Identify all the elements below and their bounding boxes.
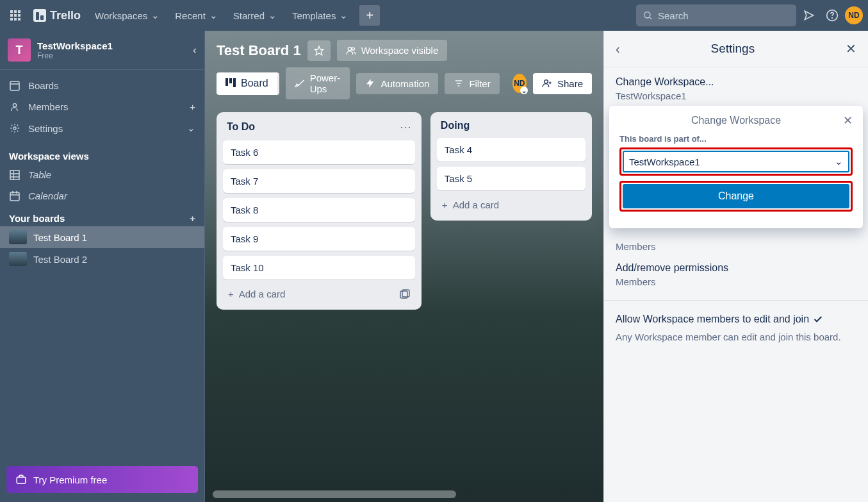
svg-rect-13 — [10, 81, 19, 90]
svg-rect-2 — [18, 10, 20, 13]
nav-templates[interactable]: Templates⌄ — [286, 6, 354, 25]
svg-marker-26 — [315, 46, 323, 54]
table-icon — [9, 170, 20, 180]
svg-rect-5 — [18, 14, 20, 17]
rocket-icon — [295, 78, 305, 88]
panel-back-button[interactable]: ‹ — [616, 42, 620, 56]
chevron-down-icon: ⌄ — [209, 10, 218, 21]
notifications-icon[interactable] — [799, 5, 819, 26]
apps-grid-icon[interactable] — [5, 5, 26, 26]
board-title[interactable]: Test Board 1 — [217, 42, 301, 59]
nav-workspaces[interactable]: Workspaces⌄ — [88, 6, 166, 25]
svg-point-35 — [545, 80, 548, 83]
chevron-down-icon: ⌄ — [151, 10, 160, 21]
popover-field-label: This board is part of... — [619, 134, 853, 144]
highlight-select: TestWorkspace1 ⌄ — [619, 147, 853, 176]
check-icon — [813, 314, 823, 324]
addremove-value: Members — [616, 276, 856, 287]
view-switcher: Board ⌄ — [217, 72, 279, 95]
board-view-button[interactable]: Board — [217, 72, 277, 95]
board-thumbnail — [9, 230, 27, 244]
calendar-icon — [9, 191, 20, 201]
share-button[interactable]: Share — [533, 73, 592, 94]
nav-starred[interactable]: Starred⌄ — [227, 6, 283, 25]
highlight-button: Change — [619, 181, 853, 212]
template-icon[interactable] — [400, 289, 410, 299]
list-title[interactable]: Doing — [441, 120, 470, 131]
gear-icon — [9, 123, 20, 133]
board-member-avatar[interactable]: ND⌄ — [512, 74, 527, 93]
sidebar-item-members[interactable]: Members + — [0, 96, 204, 117]
trello-logo[interactable]: Trello — [28, 9, 86, 22]
sidebar: T TestWorkspace1 Free ‹ Boards Members +… — [0, 31, 205, 502]
create-button[interactable]: + — [359, 5, 380, 26]
popover-close-icon[interactable]: ✕ — [843, 113, 853, 128]
sidebar-view-calendar[interactable]: Calendar — [0, 185, 204, 206]
card[interactable]: Task 5 — [437, 167, 585, 190]
sidebar-item-boards[interactable]: Boards — [0, 75, 204, 96]
add-card-button[interactable]: +Add a card — [437, 196, 585, 214]
visibility-button[interactable]: Workspace visible — [337, 40, 448, 61]
svg-rect-7 — [14, 18, 17, 21]
workspace-select[interactable]: TestWorkspace1 ⌄ — [623, 151, 849, 172]
sidebar-board-item[interactable]: Test Board 2 — [0, 248, 204, 270]
sidebar-item-settings[interactable]: Settings ⌄ — [0, 117, 204, 139]
powerups-button[interactable]: Power-Ups — [286, 67, 350, 99]
panel-close-button[interactable]: ✕ — [846, 41, 856, 56]
list-menu-icon[interactable]: ⋯ — [400, 120, 411, 134]
star-board-button[interactable] — [307, 40, 331, 61]
svg-point-12 — [832, 18, 833, 19]
card[interactable]: Task 4 — [437, 138, 585, 162]
svg-rect-17 — [10, 171, 19, 180]
try-premium-button[interactable]: Try Premium free — [6, 466, 198, 493]
card[interactable]: Task 8 — [223, 198, 415, 222]
card[interactable]: Task 6 — [223, 140, 415, 164]
people-icon — [346, 46, 356, 56]
svg-point-15 — [13, 103, 16, 106]
workspace-plan: Free — [37, 51, 113, 60]
board-area: Test Board 1 Workspace visible Board ⌄ P… — [205, 31, 603, 502]
svg-rect-21 — [10, 192, 19, 201]
chevron-down-icon[interactable]: ⌄ — [187, 122, 195, 134]
chevron-down-icon: ⌄ — [268, 10, 277, 21]
horizontal-scrollbar[interactable] — [213, 490, 456, 498]
plus-icon: + — [228, 289, 234, 299]
list: To Do⋯Task 6Task 7Task 8Task 9Task 10+Ad… — [217, 112, 422, 310]
add-member-icon[interactable]: + — [190, 101, 195, 112]
add-card-button[interactable]: +Add a card — [223, 285, 415, 303]
bolt-icon — [365, 78, 375, 88]
nav-recent[interactable]: Recent⌄ — [168, 6, 224, 25]
list-title[interactable]: To Do — [227, 121, 255, 133]
filter-button[interactable]: Filter — [445, 73, 499, 94]
help-icon[interactable] — [822, 5, 842, 26]
change-button[interactable]: Change — [623, 184, 849, 208]
sidebar-view-table[interactable]: Table — [0, 164, 204, 185]
briefcase-icon — [15, 474, 27, 485]
card[interactable]: Task 7 — [223, 169, 415, 193]
collapse-sidebar-icon[interactable]: ‹ — [193, 44, 197, 57]
svg-rect-6 — [10, 18, 13, 21]
card[interactable]: Task 10 — [223, 256, 415, 280]
view-dropdown-button[interactable]: ⌄ — [277, 72, 279, 95]
add-board-icon[interactable]: + — [190, 213, 195, 224]
commenting-value: Members — [616, 241, 856, 252]
change-workspace-popover: Change Workspace ✕ This board is part of… — [609, 106, 863, 228]
svg-rect-30 — [229, 78, 232, 83]
search-input[interactable] — [658, 10, 790, 21]
board-thumbnail — [9, 252, 27, 266]
allow-edit-toggle[interactable]: Allow Workspace members to edit and join — [616, 314, 856, 325]
svg-point-9 — [644, 12, 650, 18]
card[interactable]: Task 9 — [223, 227, 415, 251]
search-box[interactable] — [636, 4, 796, 26]
user-avatar[interactable]: ND — [845, 6, 863, 24]
change-workspace-link[interactable]: Change Workspace... — [616, 76, 856, 88]
sidebar-board-item[interactable]: Test Board 1 — [0, 226, 204, 248]
svg-rect-31 — [233, 78, 236, 87]
addremove-permissions-link[interactable]: Add/remove permissions — [616, 262, 856, 274]
svg-point-27 — [348, 47, 351, 50]
svg-rect-4 — [14, 14, 17, 17]
your-boards-heading: Your boards + — [0, 206, 204, 226]
automation-button[interactable]: Automation — [356, 73, 438, 94]
trello-icon — [33, 9, 46, 22]
chevron-icon: ⌄ — [520, 87, 528, 94]
